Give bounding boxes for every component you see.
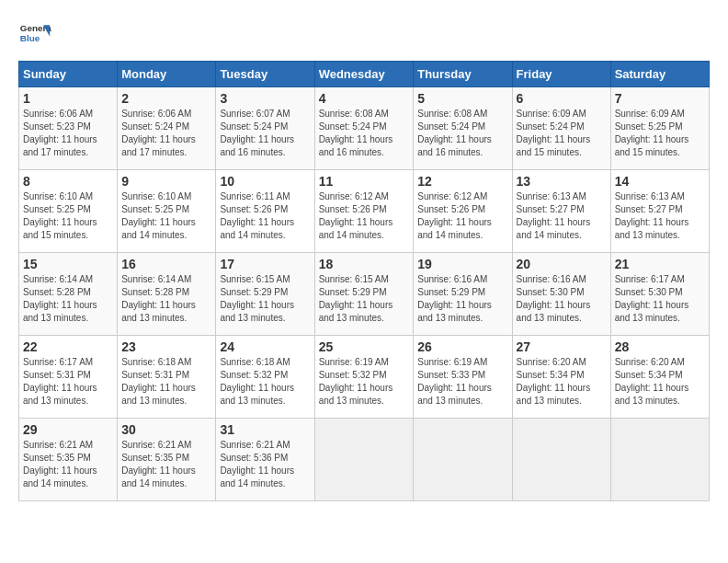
calendar-cell: 10 Sunrise: 6:11 AMSunset: 5:26 PMDaylig…: [216, 170, 314, 253]
day-detail: Sunrise: 6:14 AMSunset: 5:28 PMDaylight:…: [121, 274, 196, 323]
calendar-cell: 30 Sunrise: 6:21 AMSunset: 5:35 PMDaylig…: [118, 419, 216, 501]
day-number: 9: [121, 174, 211, 189]
column-header-wednesday: Wednesday: [314, 62, 414, 87]
calendar-cell: 21 Sunrise: 6:17 AMSunset: 5:30 PMDaylig…: [610, 253, 709, 336]
day-detail: Sunrise: 6:06 AMSunset: 5:24 PMDaylight:…: [121, 109, 196, 157]
day-detail: Sunrise: 6:10 AMSunset: 5:25 PMDaylight:…: [23, 191, 97, 240]
day-number: 25: [319, 339, 410, 354]
day-number: 4: [319, 91, 410, 106]
calendar-cell: 1 Sunrise: 6:06 AMSunset: 5:23 PMDayligh…: [19, 87, 118, 170]
calendar-cell: 12 Sunrise: 6:12 AMSunset: 5:26 PMDaylig…: [414, 170, 512, 253]
day-number: 28: [615, 339, 705, 354]
calendar-cell: [610, 419, 709, 501]
calendar-header: SundayMondayTuesdayWednesdayThursdayFrid…: [19, 62, 710, 87]
calendar-cell: 7 Sunrise: 6:09 AMSunset: 5:25 PMDayligh…: [610, 87, 709, 170]
calendar-cell: 17 Sunrise: 6:15 AMSunset: 5:29 PMDaylig…: [216, 253, 314, 336]
day-detail: Sunrise: 6:18 AMSunset: 5:31 PMDaylight:…: [121, 357, 196, 406]
day-number: 10: [220, 174, 310, 189]
day-number: 14: [615, 174, 705, 189]
calendar-cell: 26 Sunrise: 6:19 AMSunset: 5:33 PMDaylig…: [414, 336, 512, 419]
day-number: 1: [23, 91, 113, 106]
day-number: 20: [517, 257, 607, 271]
day-detail: Sunrise: 6:11 AMSunset: 5:26 PMDaylight:…: [220, 191, 294, 240]
calendar-week-2: 8 Sunrise: 6:10 AMSunset: 5:25 PMDayligh…: [19, 170, 710, 253]
calendar-cell: 9 Sunrise: 6:10 AMSunset: 5:25 PMDayligh…: [118, 170, 216, 253]
day-number: 11: [319, 174, 410, 189]
day-detail: Sunrise: 6:10 AMSunset: 5:25 PMDaylight:…: [121, 191, 196, 240]
day-number: 16: [121, 257, 211, 271]
column-header-monday: Monday: [118, 62, 216, 87]
logo-icon: General Blue: [18, 18, 51, 52]
calendar-cell: 4 Sunrise: 6:08 AMSunset: 5:24 PMDayligh…: [314, 87, 414, 170]
day-detail: Sunrise: 6:07 AMSunset: 5:24 PMDaylight:…: [220, 109, 294, 157]
day-detail: Sunrise: 6:17 AMSunset: 5:30 PMDaylight:…: [615, 274, 689, 323]
calendar-cell: 11 Sunrise: 6:12 AMSunset: 5:26 PMDaylig…: [314, 170, 414, 253]
day-number: 23: [121, 339, 211, 354]
day-number: 24: [220, 339, 310, 354]
day-detail: Sunrise: 6:16 AMSunset: 5:30 PMDaylight:…: [517, 274, 591, 323]
calendar-body: 1 Sunrise: 6:06 AMSunset: 5:23 PMDayligh…: [19, 87, 710, 501]
day-detail: Sunrise: 6:18 AMSunset: 5:32 PMDaylight:…: [220, 357, 294, 406]
day-detail: Sunrise: 6:21 AMSunset: 5:35 PMDaylight:…: [121, 440, 196, 488]
calendar-week-3: 15 Sunrise: 6:14 AMSunset: 5:28 PMDaylig…: [19, 253, 710, 336]
calendar-cell: 20 Sunrise: 6:16 AMSunset: 5:30 PMDaylig…: [512, 253, 610, 336]
day-number: 17: [220, 257, 310, 271]
day-detail: Sunrise: 6:21 AMSunset: 5:35 PMDaylight:…: [23, 440, 97, 488]
svg-text:Blue: Blue: [20, 33, 40, 43]
header-row: SundayMondayTuesdayWednesdayThursdayFrid…: [19, 62, 710, 87]
day-number: 30: [121, 422, 211, 437]
day-number: 3: [220, 91, 310, 106]
day-detail: Sunrise: 6:12 AMSunset: 5:26 PMDaylight:…: [417, 191, 492, 240]
calendar-cell: 18 Sunrise: 6:15 AMSunset: 5:29 PMDaylig…: [314, 253, 414, 336]
calendar-cell: 22 Sunrise: 6:17 AMSunset: 5:31 PMDaylig…: [19, 336, 118, 419]
calendar-cell: [314, 419, 414, 501]
column-header-tuesday: Tuesday: [216, 62, 314, 87]
logo: General Blue: [18, 18, 51, 52]
calendar-cell: [512, 419, 610, 501]
calendar-table: SundayMondayTuesdayWednesdayThursdayFrid…: [18, 61, 710, 501]
day-number: 18: [319, 257, 410, 271]
calendar-week-4: 22 Sunrise: 6:17 AMSunset: 5:31 PMDaylig…: [19, 336, 710, 419]
calendar-cell: 19 Sunrise: 6:16 AMSunset: 5:29 PMDaylig…: [414, 253, 512, 336]
calendar-week-5: 29 Sunrise: 6:21 AMSunset: 5:35 PMDaylig…: [19, 419, 710, 501]
day-detail: Sunrise: 6:14 AMSunset: 5:28 PMDaylight:…: [23, 274, 97, 323]
day-number: 15: [23, 257, 113, 271]
column-header-friday: Friday: [512, 62, 610, 87]
day-detail: Sunrise: 6:13 AMSunset: 5:27 PMDaylight:…: [517, 191, 591, 240]
calendar-cell: 31 Sunrise: 6:21 AMSunset: 5:36 PMDaylig…: [216, 419, 314, 501]
column-header-sunday: Sunday: [19, 62, 118, 87]
page-header: General Blue: [18, 18, 710, 52]
calendar-week-1: 1 Sunrise: 6:06 AMSunset: 5:23 PMDayligh…: [19, 87, 710, 170]
column-header-thursday: Thursday: [414, 62, 512, 87]
calendar-cell: 6 Sunrise: 6:09 AMSunset: 5:24 PMDayligh…: [512, 87, 610, 170]
calendar-cell: 2 Sunrise: 6:06 AMSunset: 5:24 PMDayligh…: [118, 87, 216, 170]
calendar-cell: 14 Sunrise: 6:13 AMSunset: 5:27 PMDaylig…: [610, 170, 709, 253]
day-detail: Sunrise: 6:15 AMSunset: 5:29 PMDaylight:…: [319, 274, 393, 323]
day-number: 26: [417, 339, 507, 354]
calendar-cell: 23 Sunrise: 6:18 AMSunset: 5:31 PMDaylig…: [118, 336, 216, 419]
day-detail: Sunrise: 6:08 AMSunset: 5:24 PMDaylight:…: [417, 109, 492, 157]
day-number: 27: [517, 339, 607, 354]
calendar-cell: 27 Sunrise: 6:20 AMSunset: 5:34 PMDaylig…: [512, 336, 610, 419]
day-detail: Sunrise: 6:16 AMSunset: 5:29 PMDaylight:…: [417, 274, 492, 323]
day-number: 7: [615, 91, 705, 106]
day-detail: Sunrise: 6:13 AMSunset: 5:27 PMDaylight:…: [615, 191, 689, 240]
calendar-cell: 13 Sunrise: 6:13 AMSunset: 5:27 PMDaylig…: [512, 170, 610, 253]
day-detail: Sunrise: 6:06 AMSunset: 5:23 PMDaylight:…: [23, 109, 97, 157]
day-detail: Sunrise: 6:15 AMSunset: 5:29 PMDaylight:…: [220, 274, 294, 323]
day-number: 13: [517, 174, 607, 189]
day-detail: Sunrise: 6:09 AMSunset: 5:24 PMDaylight:…: [517, 109, 591, 157]
day-detail: Sunrise: 6:19 AMSunset: 5:33 PMDaylight:…: [417, 357, 492, 406]
calendar-cell: 5 Sunrise: 6:08 AMSunset: 5:24 PMDayligh…: [414, 87, 512, 170]
column-header-saturday: Saturday: [610, 62, 709, 87]
day-number: 31: [220, 422, 310, 437]
day-detail: Sunrise: 6:19 AMSunset: 5:32 PMDaylight:…: [319, 357, 393, 406]
day-number: 29: [23, 422, 113, 437]
day-detail: Sunrise: 6:21 AMSunset: 5:36 PMDaylight:…: [220, 440, 294, 488]
calendar-cell: 16 Sunrise: 6:14 AMSunset: 5:28 PMDaylig…: [118, 253, 216, 336]
day-number: 21: [615, 257, 705, 271]
day-detail: Sunrise: 6:08 AMSunset: 5:24 PMDaylight:…: [319, 109, 393, 157]
calendar-cell: [414, 419, 512, 501]
day-detail: Sunrise: 6:09 AMSunset: 5:25 PMDaylight:…: [615, 109, 689, 157]
day-number: 22: [23, 339, 113, 354]
